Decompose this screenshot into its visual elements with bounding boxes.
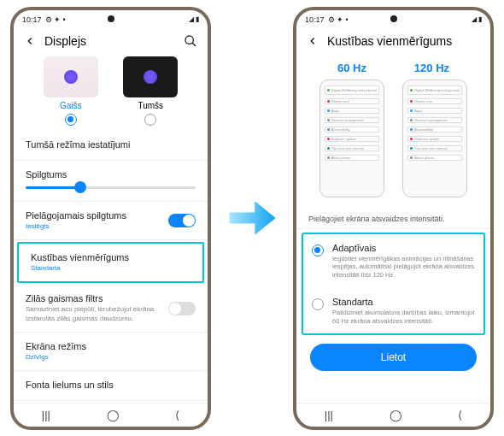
- status-icons-right: ◢ ▮: [472, 15, 482, 23]
- adaptive-brightness-toggle[interactable]: [168, 214, 196, 227]
- theme-light-thumb: [44, 56, 98, 97]
- bluelight-label: Zilās gaismas filtrs: [26, 293, 161, 303]
- status-icons-left: ⚙ ✦ •: [328, 15, 349, 24]
- fontsize-label: Fonta lielums un stils: [26, 380, 196, 390]
- theme-dark-thumb: [123, 56, 178, 97]
- options-highlight: Adaptīvais Iegūstiet vienmērīgākas animā…: [302, 233, 485, 336]
- screenmode-label: Ekrāna režīms: [26, 341, 196, 351]
- hz-120-thumb: Digital Wellbeing and parental controls …: [402, 80, 467, 197]
- svg-point-0: [185, 36, 193, 44]
- status-icons-right: ◢ ▮: [189, 15, 199, 23]
- adaptive-title: Adaptīvais: [332, 243, 475, 253]
- dark-settings-label: Tumšā režīma iestatījumi: [26, 139, 196, 150]
- back-icon[interactable]: [307, 35, 319, 47]
- nav-bar: ||| ◯ ⟨: [296, 403, 490, 427]
- arrow-icon: [221, 190, 283, 246]
- adaptive-brightness-status: Ieslēgts: [26, 222, 126, 231]
- motion-label: Kustības vienmērīgums: [31, 252, 190, 262]
- content: 60 Hz 120 Hz Digital Wellbeing and paren…: [296, 53, 490, 403]
- standard-title: Standarta: [332, 297, 475, 307]
- item-motion-smoothness[interactable]: Kustības vienmērīgums Standarta: [17, 242, 204, 283]
- option-adaptive[interactable]: Adaptīvais Iegūstiet vienmērīgākas animā…: [303, 234, 483, 288]
- hz-60-label: 60 Hz: [337, 62, 366, 74]
- theme-light-label: Gaišs: [44, 101, 98, 110]
- nav-home[interactable]: ◯: [390, 409, 402, 421]
- description: Pielāgojiet ekrāna atsvaidzes intensitāt…: [296, 206, 490, 229]
- phone-left: 10:17⚙ ✦ • ◢ ▮ Displejs Gaišs Tumšs Tumš…: [10, 7, 211, 430]
- item-dark-mode-settings[interactable]: Tumšā režīma iestatījumi: [14, 131, 208, 161]
- hz-thumbnails: Digital Wellbeing and parental controls …: [296, 80, 490, 206]
- status-icons-left: ⚙ ✦ •: [45, 15, 66, 24]
- slider-thumb[interactable]: [74, 181, 86, 193]
- search-icon[interactable]: [184, 34, 197, 48]
- item-font-size[interactable]: Fonta lielums un stils: [14, 371, 208, 401]
- nav-back[interactable]: ⟨: [175, 409, 179, 421]
- theme-light[interactable]: Gaišs: [44, 56, 98, 129]
- brightness-label: Spilgtums: [26, 169, 196, 180]
- page-title: Displejs: [44, 34, 175, 48]
- nav-recent[interactable]: |||: [42, 409, 50, 421]
- adaptive-sub: Iegūstiet vienmērīgākas animācijas un ri…: [332, 255, 475, 280]
- camera-notch: [108, 15, 114, 22]
- bluelight-sub: Samaziniet acu piepūli, ierobežojot ekrā…: [26, 305, 161, 323]
- settings-list: Gaišs Tumšs Tumšā režīma iestatījumi Spi…: [14, 53, 208, 403]
- item-adaptive-brightness[interactable]: Pielāgojamais spilgtums Ieslēgts: [14, 202, 208, 240]
- brightness-slider[interactable]: [26, 186, 196, 189]
- theme-dark-radio[interactable]: [144, 114, 156, 126]
- adaptive-radio[interactable]: [312, 245, 324, 256]
- theme-light-radio[interactable]: [65, 114, 77, 126]
- standard-radio[interactable]: [312, 298, 324, 310]
- header: Displejs: [14, 29, 208, 53]
- page-title: Kustības vienmērīgums: [327, 34, 480, 48]
- item-blue-light[interactable]: Zilās gaismas filtrs Samaziniet acu piep…: [14, 285, 208, 333]
- slider-fill: [26, 186, 80, 189]
- screenmode-status: Dzīvīgs: [26, 353, 196, 362]
- nav-recent[interactable]: |||: [325, 409, 333, 421]
- camera-notch: [390, 15, 397, 22]
- hz-labels: 60 Hz 120 Hz: [296, 53, 490, 80]
- standard-sub: Paildiziniet akumulatora darbības laiku,…: [332, 309, 475, 326]
- nav-bar: ||| ◯ ⟨: [14, 403, 208, 427]
- theme-dark-label: Tumšs: [123, 101, 178, 110]
- theme-dark[interactable]: Tumšs: [123, 56, 178, 129]
- option-standard[interactable]: Standarta Paildiziniet akumulatora darbī…: [303, 288, 483, 334]
- header: Kustības vienmērīgums: [296, 29, 490, 53]
- phone-right: 10:17⚙ ✦ • ◢ ▮ Kustības vienmērīgums 60 …: [293, 7, 494, 430]
- nav-home[interactable]: ◯: [107, 409, 120, 421]
- clock: 10:17: [22, 15, 42, 24]
- clock: 10:17: [305, 15, 325, 24]
- adaptive-brightness-label: Pielāgojamais spilgtums: [26, 210, 126, 221]
- apply-button[interactable]: Lietot: [310, 344, 477, 371]
- theme-selector: Gaišs Tumšs: [14, 53, 208, 131]
- item-brightness: Spilgtums: [14, 161, 208, 202]
- nav-back[interactable]: ⟨: [458, 409, 462, 421]
- bluelight-toggle[interactable]: [168, 302, 196, 315]
- motion-status: Standarta: [31, 264, 190, 273]
- back-icon[interactable]: [24, 35, 36, 47]
- hz-60-thumb: Digital Wellbeing and parental controls …: [319, 80, 384, 197]
- item-screen-mode[interactable]: Ekrāna režīms Dzīvīgs: [14, 333, 208, 371]
- hz-120-label: 120 Hz: [414, 62, 449, 74]
